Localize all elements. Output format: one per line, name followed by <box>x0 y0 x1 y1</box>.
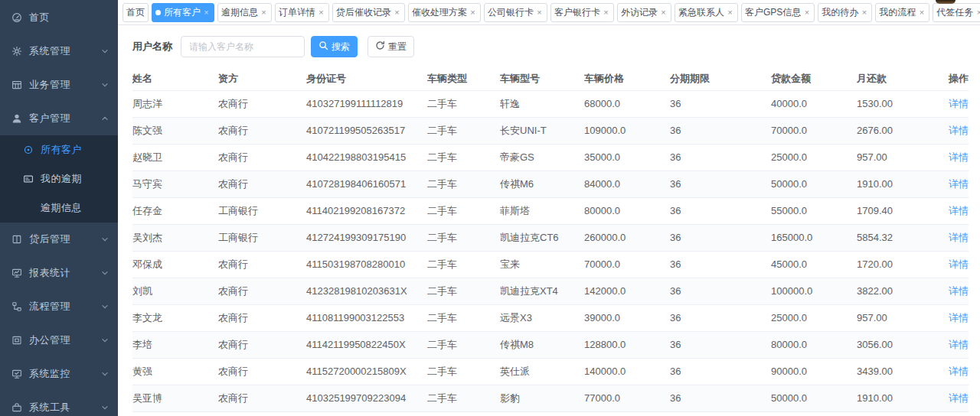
reset-button-label: 重置 <box>388 41 407 54</box>
sidebar-item-process-management[interactable]: 流程管理 <box>0 290 118 323</box>
tab-customer-gps-info[interactable]: 客户GPS信息× <box>741 3 815 22</box>
sidebar-item-home[interactable]: 首页 <box>0 1 118 34</box>
sidebar-item-system-management[interactable]: 系统管理 <box>0 34 118 68</box>
table-cell: 410728198406160571 <box>306 171 427 197</box>
table-cell: 农商行 <box>218 278 306 304</box>
column-header: 资方 <box>218 68 306 90</box>
close-icon[interactable]: × <box>659 8 668 17</box>
detail-link[interactable]: 详情 <box>949 392 969 404</box>
tab-all-customers[interactable]: 所有客户× <box>152 3 214 22</box>
table-cell-action: 详情 <box>947 90 969 117</box>
tab-overdue-info[interactable]: 逾期信息× <box>217 3 272 22</box>
tab-order-detail[interactable]: 订单详情× <box>275 3 329 22</box>
close-icon[interactable]: × <box>802 8 811 17</box>
chevron-down-icon <box>101 370 109 378</box>
table-row: 吴亚博农商行410325199709223094二手车影豹77000.03650… <box>132 385 969 411</box>
close-icon[interactable]: × <box>860 8 868 17</box>
sidebar-item-label: 客户管理 <box>29 112 101 125</box>
close-icon[interactable]: × <box>975 8 980 17</box>
detail-link[interactable]: 详情 <box>949 285 969 297</box>
tab-home[interactable]: 首页 <box>122 3 149 22</box>
sidebar-item-label: 首页 <box>29 11 109 24</box>
table-cell <box>771 411 857 416</box>
close-icon[interactable]: × <box>202 8 211 17</box>
sidebar-item-label: 报表统计 <box>29 266 101 280</box>
detail-link[interactable]: 详情 <box>949 232 969 243</box>
tab-company-bank-card[interactable]: 公司银行卡× <box>484 3 547 22</box>
flow-icon <box>11 301 23 313</box>
close-icon[interactable]: × <box>726 8 734 17</box>
sidebar-item-business-management[interactable]: 业务管理 <box>0 68 118 102</box>
close-icon[interactable]: × <box>469 8 477 17</box>
sidebar-item-report-statistics[interactable]: 报表统计 <box>0 256 118 290</box>
table-cell: 36 <box>670 251 771 278</box>
sidebar-item-post-loan-management[interactable]: 贷后管理 <box>0 223 118 256</box>
detail-link[interactable]: 详情 <box>949 312 969 323</box>
detail-link[interactable]: 详情 <box>949 98 969 109</box>
sidebar-item-office-management[interactable]: 办公管理 <box>0 323 118 357</box>
table-row: 黄强农商行41152720000215809X二手车英仕派140000.0369… <box>132 358 969 385</box>
chart-monitor-icon <box>11 268 23 279</box>
table-cell: 轩逸 <box>500 90 584 117</box>
detail-link[interactable]: 详情 <box>949 151 969 163</box>
column-header: 身份证号 <box>306 68 427 90</box>
sidebar-item-my-overdue[interactable]: 我的逾期 <box>0 164 118 193</box>
customer-name-input[interactable] <box>181 36 305 57</box>
table-cell: 50000.0 <box>771 385 857 411</box>
column-header: 分期期限 <box>670 68 771 90</box>
detail-link[interactable]: 详情 <box>949 178 969 190</box>
tab-emergency-contact[interactable]: 紧急联系人× <box>675 3 738 22</box>
close-icon[interactable]: × <box>535 8 544 17</box>
detail-link[interactable]: 详情 <box>949 339 969 350</box>
table-cell: 5854.32 <box>857 224 947 251</box>
table-cell: 工商银行 <box>218 224 306 251</box>
main-area: 首页所有客户×逾期信息×订单详情×贷后催收记录×催收处理方案×公司银行卡×客户银… <box>118 0 980 416</box>
detail-link[interactable]: 详情 <box>949 366 969 377</box>
table-cell <box>584 411 670 416</box>
sidebar-item-all-customers[interactable]: 所有客户 <box>0 135 118 164</box>
table-cell: 3056.00 <box>857 331 947 358</box>
avatar-sliver[interactable] <box>936 0 956 4</box>
table-cell-action: 详情 <box>947 144 969 171</box>
tab-my-todo[interactable]: 我的待办× <box>818 3 872 22</box>
table-cell-action: 详情 <box>947 358 969 385</box>
card-icon <box>23 174 34 185</box>
tab-label: 客户GPS信息 <box>745 6 801 19</box>
tab-post-loan-collection-record[interactable]: 贷后催收记录× <box>332 3 405 22</box>
close-icon[interactable]: × <box>393 8 401 17</box>
close-icon[interactable]: × <box>317 8 325 17</box>
table-row: 陈文强农商行410721199505263517二手车长安UNI-T109000… <box>132 117 969 144</box>
table-cell: 410422198803195415 <box>306 144 427 171</box>
table-cell: 农商行 <box>218 171 306 197</box>
table-cell: 二手车 <box>427 224 500 251</box>
user-icon <box>11 113 23 125</box>
tab-my-process[interactable]: 我的流程× <box>875 3 929 22</box>
tab-delegate-sign-task[interactable]: 代签任务× <box>933 3 980 22</box>
table-cell: 农商行 <box>218 90 306 117</box>
detail-link[interactable]: 详情 <box>949 125 969 136</box>
close-icon[interactable]: × <box>260 8 268 17</box>
table-cell: 1530.00 <box>857 90 947 117</box>
tab-collection-plan[interactable]: 催收处理方案× <box>408 3 481 22</box>
monitor-icon <box>11 369 23 380</box>
detail-link[interactable]: 详情 <box>949 205 969 216</box>
search-button[interactable]: 搜索 <box>311 36 358 57</box>
sidebar-item-system-tools[interactable]: 系统工具 <box>0 391 118 416</box>
table-cell-action: 详情 <box>947 331 969 358</box>
detail-link[interactable]: 详情 <box>949 258 969 270</box>
sidebar-item-system-monitor[interactable]: 系统监控 <box>0 357 118 391</box>
reset-button[interactable]: 重置 <box>368 36 414 57</box>
tab-label: 我的待办 <box>822 6 858 19</box>
sidebar: 首页系统管理业务管理客户管理所有客户我的逾期逾期信息贷后管理报表统计流程管理办公… <box>0 0 118 416</box>
table-cell: 45000.0 <box>771 251 857 278</box>
sidebar-item-customer-management[interactable]: 客户管理 <box>0 102 118 135</box>
tab-label: 客户银行卡 <box>554 6 600 19</box>
tab-customer-bank-card[interactable]: 客户银行卡× <box>550 3 614 22</box>
tab-visit-record[interactable]: 外访记录× <box>617 3 671 22</box>
table-cell-action: 详情 <box>947 197 969 224</box>
sidebar-item-overdue-info[interactable]: 逾期信息 <box>0 193 118 223</box>
table-cell: 36 <box>670 197 771 224</box>
tab-label: 订单详情 <box>279 6 315 19</box>
close-icon[interactable]: × <box>602 8 610 17</box>
close-icon[interactable]: × <box>917 8 926 17</box>
